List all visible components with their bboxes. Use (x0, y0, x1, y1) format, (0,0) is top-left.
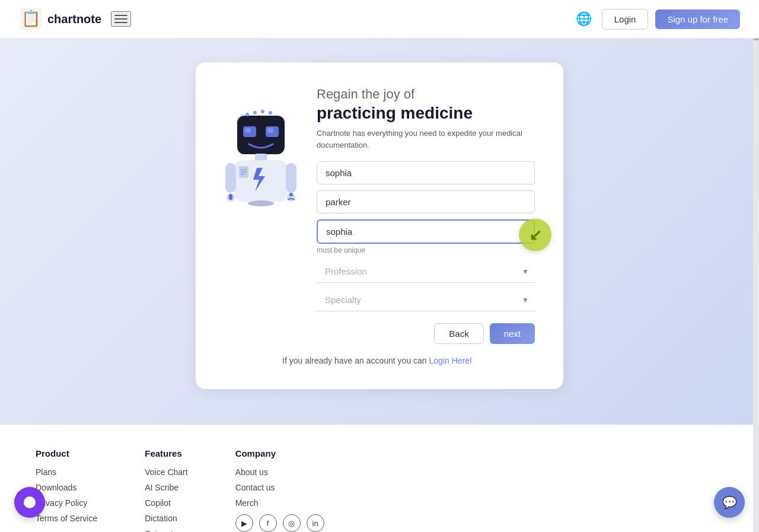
list-item: Contact us (235, 482, 324, 493)
specialty-select[interactable]: Specialty Cardiology General Practice (317, 289, 535, 311)
chat-icon: 💬 (722, 495, 737, 509)
footer-dictation-link[interactable]: Dictation (145, 514, 177, 523)
header-left: 📋 chartnote (19, 7, 131, 31)
record-icon (24, 496, 36, 508)
list-item: Dictation (145, 513, 187, 524)
svg-rect-6 (267, 128, 273, 133)
list-item: Terms of Service (36, 513, 97, 524)
list-item: Voice Chart (145, 467, 187, 477)
svg-rect-16 (229, 194, 232, 200)
svg-point-10 (269, 111, 272, 114)
footer-product-list: Plans Downloads Privacy Policy Terms of … (36, 467, 97, 524)
logo-icon: 📋 (19, 7, 43, 31)
last-name-input[interactable] (317, 190, 535, 214)
youtube-icon[interactable]: ▶ (235, 514, 253, 532)
specialty-wrapper: Specialty Cardiology General Practice ▼ (317, 289, 535, 311)
linkedin-icon[interactable]: in (307, 514, 324, 532)
language-button[interactable]: 🌐 (573, 8, 595, 30)
hero-description: Chartnote has everything you need to exp… (317, 128, 535, 151)
footer-about-link[interactable]: About us (235, 467, 268, 477)
header-right: 🌐 Login Sign up for free (573, 8, 740, 30)
svg-point-7 (245, 113, 249, 116)
hamburger-menu[interactable] (111, 11, 131, 27)
card-inner: Regain the joy of practicing medicine Ch… (219, 86, 535, 344)
footer-features-col: Features Voice Chart AI Scribe Copilot D… (145, 448, 187, 532)
main-content: Regain the joy of practicing medicine Ch… (0, 39, 759, 413)
next-button[interactable]: next (490, 323, 535, 344)
footer: Product Plans Downloads Privacy Policy T… (0, 425, 759, 532)
record-button[interactable] (14, 487, 45, 518)
scrollbar[interactable] (753, 0, 759, 532)
robot-svg (222, 98, 299, 216)
footer-company-col: Company About us Contact us Merch ▶ f ◎ … (235, 448, 324, 532)
footer-terms-link[interactable]: Terms of Service (36, 514, 97, 523)
list-item: About us (235, 467, 324, 477)
svg-point-8 (253, 111, 257, 114)
footer-voicechart-link[interactable]: Voice Chart (145, 467, 187, 477)
footer-features-heading: Features (145, 448, 187, 458)
list-item: Snippets (145, 528, 187, 532)
svg-rect-11 (255, 154, 267, 161)
list-item: Copilot (145, 498, 187, 508)
chat-button[interactable]: 💬 (714, 487, 745, 518)
username-wrapper (317, 219, 535, 250)
logo: 📋 chartnote (19, 7, 101, 31)
footer-copilot-link[interactable]: Copilot (145, 498, 171, 508)
profession-select[interactable]: Profession Physician Nurse Physician Ass… (317, 260, 535, 283)
social-icons: ▶ f ◎ in (235, 514, 324, 532)
cursor-indicator (519, 218, 551, 251)
header: 📋 chartnote 🌐 Login Sign up for free (0, 0, 759, 39)
footer-product-heading: Product (36, 448, 97, 458)
svg-point-19 (248, 200, 274, 206)
back-button[interactable]: Back (434, 323, 483, 344)
profession-wrapper: Profession Physician Nurse Physician Ass… (317, 260, 535, 283)
footer-plans-link[interactable]: Plans (36, 467, 56, 477)
login-here-link[interactable]: Login Here! (429, 356, 472, 365)
login-button[interactable]: Login (602, 9, 649, 30)
svg-rect-5 (245, 128, 251, 133)
list-item: Plans (36, 467, 97, 477)
footer-company-list: About us Contact us Merch (235, 467, 324, 508)
svg-text:📋: 📋 (21, 9, 41, 28)
list-item: Downloads (36, 482, 97, 493)
facebook-icon[interactable]: f (259, 514, 277, 532)
footer-company-heading: Company (235, 448, 324, 458)
svg-point-18 (289, 193, 293, 196)
footer-merch-link[interactable]: Merch (235, 498, 259, 508)
footer-top: Product Plans Downloads Privacy Policy T… (36, 448, 723, 532)
footer-product-col: Product Plans Downloads Privacy Policy T… (36, 448, 97, 532)
hero-subtitle: Regain the joy of (317, 86, 535, 103)
footer-snippets-link[interactable]: Snippets (145, 529, 177, 532)
footer-aiscribe-link[interactable]: AI Scribe (145, 483, 178, 492)
list-item: Merch (235, 498, 324, 508)
hero-title: practicing medicine (317, 103, 535, 123)
svg-rect-13 (225, 163, 236, 193)
footer-features-list: Voice Chart AI Scribe Copilot Dictation … (145, 467, 187, 532)
footer-contact-link[interactable]: Contact us (235, 483, 275, 492)
form-section: Regain the joy of practicing medicine Ch… (317, 86, 535, 344)
footer-downloads-link[interactable]: Downloads (36, 483, 76, 492)
signup-card: Regain the joy of practicing medicine Ch… (196, 62, 563, 389)
svg-point-9 (261, 110, 264, 113)
instagram-icon[interactable]: ◎ (283, 514, 301, 532)
first-name-input[interactable] (317, 161, 535, 184)
username-input[interactable] (317, 219, 535, 244)
signup-button[interactable]: Sign up for free (655, 9, 740, 29)
login-hint: If you already have an account you can L… (219, 356, 535, 365)
button-row: Back next (317, 323, 535, 344)
robot-illustration (219, 98, 302, 216)
svg-rect-14 (286, 163, 296, 193)
list-item: AI Scribe (145, 482, 187, 493)
logo-text: chartnote (47, 12, 101, 26)
